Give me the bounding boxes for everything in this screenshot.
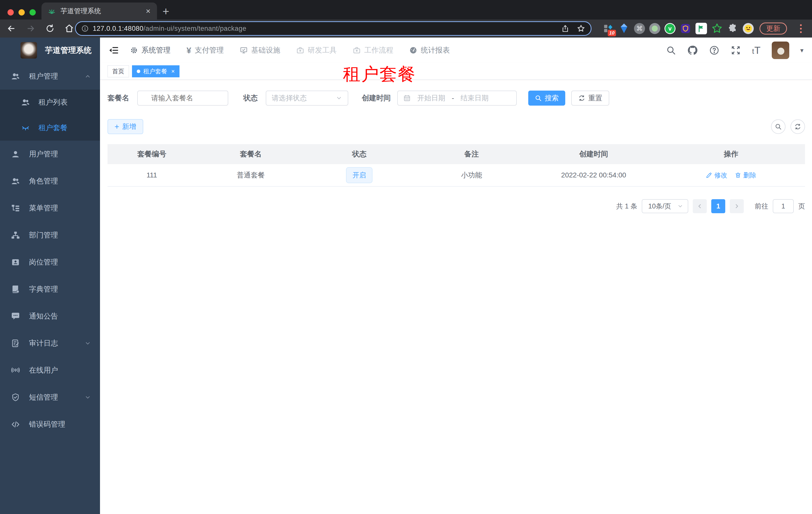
extension-emoji-icon[interactable] — [743, 23, 754, 34]
status-badge[interactable]: 开启 — [346, 167, 373, 183]
sidebar-item-label: 在线用户 — [29, 366, 58, 375]
window-minimize-button[interactable] — [19, 9, 25, 16]
help-icon[interactable] — [709, 45, 720, 56]
browser-tab-strip: 芋道管理系统 × + — [0, 0, 812, 20]
sidebar-item-tenant-package[interactable]: 租户套餐 — [0, 115, 100, 141]
window-zoom-button[interactable] — [29, 9, 36, 16]
tag-close-icon[interactable]: × — [171, 68, 175, 75]
gear-icon — [130, 46, 138, 54]
search-icon[interactable] — [666, 45, 676, 55]
start-date-placeholder[interactable]: 开始日期 — [417, 93, 445, 103]
shield-check-icon — [11, 393, 21, 402]
user-avatar[interactable] — [772, 42, 789, 59]
sidebar-item-user-management[interactable]: 用户管理 — [0, 141, 100, 168]
cell-actions: 修改 删除 — [657, 171, 805, 180]
edit-link[interactable]: 修改 — [706, 171, 727, 180]
github-icon[interactable] — [687, 45, 698, 56]
sidebar-item-dict-management[interactable]: 字典管理 — [0, 276, 100, 303]
top-menu-infra[interactable]: 基础设施 — [240, 45, 280, 55]
sidebar-fold-icon[interactable] — [109, 45, 119, 56]
goto-page-input[interactable] — [773, 199, 794, 213]
refresh-table-button[interactable] — [790, 119, 805, 134]
top-menu-dev-tools[interactable]: 研发工具 — [296, 45, 337, 55]
font-size-icon[interactable]: tT — [752, 45, 761, 56]
top-menu: 系统管理 ¥ 支付管理 基础设施 研发工具 工作流程 — [130, 45, 450, 55]
extension-gem-icon[interactable] — [618, 23, 630, 34]
share-icon[interactable] — [561, 25, 569, 32]
package-name-input[interactable] — [151, 94, 207, 102]
extension-shield-icon[interactable] — [680, 23, 691, 34]
sidebar-item-dept-management[interactable]: 部门管理 — [0, 222, 100, 249]
extension-blocks-icon[interactable]: 10 — [603, 23, 614, 34]
add-button[interactable]: + 新增 — [108, 119, 143, 134]
prev-page-button[interactable] — [693, 199, 707, 213]
sidebar-item-sms-management[interactable]: 短信管理 — [0, 384, 100, 411]
top-menu-payment[interactable]: ¥ 支付管理 — [186, 45, 224, 55]
chevron-down-icon — [85, 394, 91, 401]
top-menu-workflow[interactable]: 工作流程 — [353, 45, 393, 55]
search-button[interactable]: 搜索 — [528, 90, 565, 106]
avatar-caret-down-icon[interactable]: ▾ — [800, 47, 804, 54]
note-pencil-icon — [11, 339, 21, 348]
sidebar-item-role-management[interactable]: 角色管理 — [0, 168, 100, 195]
sidebar-item-audit-log[interactable]: 审计日志 — [0, 330, 100, 357]
show-search-button[interactable] — [771, 119, 785, 134]
sidebar: 芋道管理系统 租户管理 租户列表 租户套餐 — [0, 37, 100, 514]
url-text[interactable]: 127.0.0.1:48080/admin-ui/system/tenant/p… — [93, 25, 246, 32]
sidebar-item-post-management[interactable]: 岗位管理 — [0, 249, 100, 276]
fullscreen-icon[interactable] — [730, 45, 741, 56]
sidebar-item-tenant-list[interactable]: 租户列表 — [0, 89, 100, 115]
browser-tab[interactable]: 芋道管理系统 × — [41, 2, 157, 20]
window-close-button[interactable] — [7, 9, 14, 16]
extension-command-icon[interactable]: ⌘ — [634, 23, 645, 34]
sidebar-logo-row[interactable]: 芋道管理系统 — [0, 37, 100, 63]
site-info-icon[interactable] — [81, 25, 89, 32]
reset-button[interactable]: 重置 — [571, 90, 609, 106]
sidebar-item-notice[interactable]: 通知公告 — [0, 303, 100, 330]
status-label: 状态 — [243, 93, 258, 103]
table-header-row: 套餐编号 套餐名 状态 备注 创建时间 操作 — [108, 144, 805, 164]
delete-link[interactable]: 删除 — [735, 171, 756, 180]
forward-icon[interactable] — [26, 24, 35, 33]
current-page-button[interactable]: 1 — [711, 199, 725, 213]
extension-flag-icon[interactable] — [696, 23, 707, 34]
tag-home[interactable]: 首页 — [108, 65, 129, 77]
back-icon[interactable] — [6, 24, 16, 33]
date-range-picker[interactable]: 开始日期 - 结束日期 — [397, 90, 517, 106]
sidebar-item-tenant-management[interactable]: 租户管理 — [0, 63, 100, 89]
top-menu-system[interactable]: 系统管理 — [130, 45, 171, 55]
extension-star-icon[interactable] — [711, 23, 723, 34]
extension-v-icon[interactable]: v — [665, 23, 675, 34]
status-select[interactable]: 请选择状态 — [266, 90, 348, 106]
briefcase-icon — [353, 46, 361, 54]
window-controls[interactable] — [7, 9, 36, 16]
search-icon — [535, 94, 542, 102]
sidebar-item-menu-management[interactable]: 菜单管理 — [0, 195, 100, 222]
bookmark-star-icon[interactable] — [577, 24, 585, 33]
tab-title: 芋道管理系统 — [60, 6, 101, 16]
tab-close-icon[interactable]: × — [146, 7, 150, 15]
sidebar-item-label: 字典管理 — [29, 284, 58, 294]
sidebar-item-online-users[interactable]: 在线用户 — [0, 357, 100, 384]
refresh-icon — [578, 94, 585, 102]
refresh-icon — [794, 123, 801, 130]
home-icon[interactable] — [64, 24, 74, 33]
next-page-button[interactable] — [730, 199, 744, 213]
new-tab-button[interactable]: + — [163, 4, 169, 18]
sidebar-item-error-code[interactable]: 错误码管理 — [0, 411, 100, 438]
app-title: 芋道管理系统 — [45, 45, 91, 56]
end-date-placeholder[interactable]: 结束日期 — [461, 93, 489, 103]
extensions-puzzle-icon[interactable] — [727, 23, 738, 34]
page-size-select[interactable]: 10条/页 — [642, 199, 688, 213]
browser-menu-icon[interactable] — [799, 23, 803, 34]
top-menu-reports[interactable]: 统计报表 — [409, 45, 450, 55]
extension-dot-icon[interactable] — [649, 23, 660, 34]
cell-remark: 小功能 — [413, 170, 530, 180]
reload-icon[interactable] — [46, 24, 55, 33]
tag-tenant-package[interactable]: 租户套餐 × — [132, 65, 179, 77]
chrome-update-button[interactable]: 更新 — [759, 23, 787, 34]
url-path: /admin-ui/system/tenant/package — [144, 25, 246, 32]
col-header-actions: 操作 — [657, 149, 805, 159]
top-navbar: 系统管理 ¥ 支付管理 基础设施 研发工具 工作流程 — [100, 37, 812, 63]
url-bar[interactable]: 127.0.0.1:48080/admin-ui/system/tenant/p… — [75, 21, 591, 36]
